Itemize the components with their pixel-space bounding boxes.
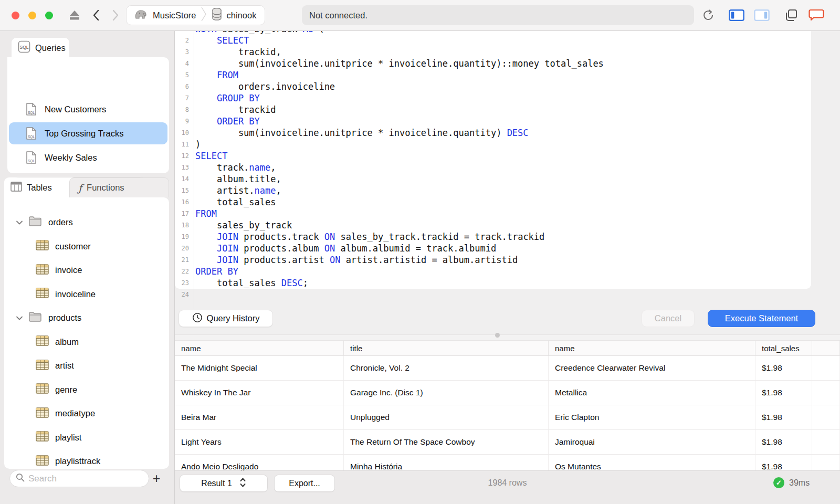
table-cell[interactable]: Light Years	[175, 430, 344, 454]
code-line-17[interactable]: FROM	[195, 208, 840, 219]
tree-item-album[interactable]: album	[4, 330, 169, 354]
table-cell[interactable]: $1.98	[755, 405, 812, 429]
tree-item-artist[interactable]: artist	[4, 354, 169, 378]
table-cell[interactable]: $1.98	[755, 381, 812, 405]
code-line-18[interactable]: sales_by_track	[195, 219, 840, 231]
back-icon[interactable]	[88, 7, 104, 23]
code-line-3[interactable]: trackid,	[195, 46, 840, 58]
code-line-14[interactable]: album.title,	[195, 173, 840, 185]
table-cell[interactable]: Ando Meio Desligado	[175, 455, 344, 470]
table-cell[interactable]: Whiskey In The Jar	[175, 381, 344, 405]
table-row[interactable]: The Midnight SpecialChronicle, Vol. 2Cre…	[175, 356, 840, 381]
table-cell[interactable]: Os Mutantes	[549, 455, 755, 470]
query-item[interactable]: SQLTop Grossing Tracks	[9, 122, 167, 144]
refresh-icon[interactable]	[700, 7, 716, 23]
query-history-button[interactable]: Query History	[178, 310, 273, 327]
windows-icon[interactable]	[783, 7, 799, 23]
forward-icon[interactable]	[108, 7, 123, 23]
table-cell[interactable]: Garage Inc. (Disc 1)	[344, 381, 549, 405]
tree-item-genre[interactable]: genre	[4, 378, 169, 402]
table-cell[interactable]: Beira Mar	[175, 405, 344, 429]
code-line-13[interactable]: track.name,	[195, 162, 840, 173]
code-line-21[interactable]: JOIN products.artist ON artist.artistid …	[195, 254, 840, 266]
table-cell[interactable]: Unplugged	[344, 405, 549, 429]
zoom-window-button[interactable]	[45, 12, 53, 19]
panel-resize-handle[interactable]	[495, 333, 500, 338]
code-line-12[interactable]: SELECT	[195, 150, 840, 162]
minimize-window-button[interactable]	[28, 12, 36, 19]
tree-item-playlisttrack[interactable]: playlisttrack	[4, 449, 169, 469]
breadcrumb[interactable]: MusicStore chinook	[126, 5, 265, 25]
table-cell[interactable]: Eric Clapton	[549, 405, 755, 429]
chevron-down-icon[interactable]	[16, 220, 23, 225]
code-line-16[interactable]: total_sales	[195, 196, 840, 208]
column-header-name[interactable]: name	[549, 341, 755, 355]
table-cell[interactable]: Creedence Clearwater Revival	[549, 356, 755, 380]
code-line-9[interactable]: ORDER BY	[195, 116, 840, 127]
code-line-8[interactable]: trackid	[195, 104, 840, 116]
feedback-bubble-icon[interactable]	[808, 7, 824, 23]
tree-item-products[interactable]: products	[4, 306, 169, 330]
tab-functions[interactable]: ƒ Functions	[69, 177, 169, 197]
table-cell[interactable]: $1.98	[755, 356, 812, 380]
tree-item-customer[interactable]: customer	[4, 235, 169, 259]
table-cell[interactable]: Jamiroquai	[549, 430, 755, 454]
tables-search-input[interactable]	[28, 474, 133, 484]
code-line-20[interactable]: JOIN products.album ON album.albumid = t…	[195, 243, 840, 254]
code-line-10[interactable]: sum(invoiceline.unitprice * invoiceline.…	[195, 127, 840, 139]
table-cell[interactable]: Minha História	[344, 455, 549, 470]
table-cell[interactable]: The Return Of The Space Cowboy	[344, 430, 549, 454]
code-line-15[interactable]: artist.name,	[195, 185, 840, 196]
code-line-22[interactable]: ORDER BY	[195, 266, 840, 277]
add-table-button[interactable]: +	[149, 470, 164, 487]
code-line-5[interactable]: FROM	[195, 69, 840, 81]
column-header-total_sales[interactable]: total_sales	[755, 341, 812, 355]
column-header-title[interactable]: title	[344, 341, 549, 355]
table-row[interactable]: Light YearsThe Return Of The Space Cowbo…	[175, 430, 840, 455]
code-line-6[interactable]: orders.invoiceline	[195, 81, 840, 92]
table-cell[interactable]	[812, 430, 840, 454]
table-cell[interactable]: Metallica	[549, 381, 755, 405]
table-cell[interactable]	[812, 381, 840, 405]
column-header-name[interactable]: name	[175, 341, 344, 355]
chevron-down-icon[interactable]	[16, 316, 23, 321]
tree-item-playlist[interactable]: playlist	[4, 426, 169, 450]
code-line-24[interactable]	[195, 289, 840, 300]
code-line-19[interactable]: JOIN products.track ON sales_by_track.tr…	[195, 231, 840, 243]
table-cell[interactable]: The Midnight Special	[175, 356, 344, 380]
toggle-right-sidebar-icon[interactable]	[754, 7, 770, 23]
tree-item-mediatype[interactable]: mediatype	[4, 402, 169, 426]
tables-search[interactable]	[9, 470, 149, 487]
table-row[interactable]: Whiskey In The JarGarage Inc. (Disc 1)Me…	[175, 381, 840, 405]
table-row[interactable]: Ando Meio DesligadoMinha HistóriaOs Muta…	[175, 455, 840, 470]
code-line-23[interactable]: total_sales DESC;	[195, 277, 840, 289]
table-cell[interactable]	[812, 405, 840, 429]
table-cell[interactable]	[812, 455, 840, 470]
code-line-11[interactable]: )	[195, 139, 840, 150]
eject-icon[interactable]	[67, 7, 82, 23]
code-area[interactable]: WITH sales_by_track AS ( SELECT trackid,…	[194, 31, 840, 300]
column-header-empty[interactable]	[812, 341, 840, 355]
breadcrumb-server[interactable]: MusicStore	[153, 10, 196, 20]
close-window-button[interactable]	[12, 12, 19, 19]
tab-tables[interactable]: Tables	[4, 177, 69, 197]
cancel-button[interactable]: Cancel	[642, 310, 695, 327]
code-line-2[interactable]: SELECT	[195, 35, 840, 46]
sql-editor[interactable]: 123456789101112131415161718192021222324 …	[175, 31, 840, 309]
tree-item-invoiceline[interactable]: invoiceline	[4, 282, 169, 307]
table-cell[interactable]	[812, 356, 840, 380]
tree-item-orders[interactable]: orders	[4, 211, 169, 235]
execute-statement-button[interactable]: Execute Statement	[708, 310, 815, 327]
table-cell[interactable]: $1.98	[755, 455, 812, 470]
tree-item-invoice[interactable]: invoice	[4, 258, 169, 282]
breadcrumb-database[interactable]: chinook	[227, 10, 257, 20]
query-item[interactable]: SQLNew Customers	[9, 98, 167, 120]
tab-queries[interactable]: SQL Queries	[12, 38, 69, 58]
table-cell[interactable]: $1.98	[755, 430, 812, 454]
toggle-left-sidebar-icon[interactable]	[729, 7, 744, 23]
query-item[interactable]: SQLWeekly Sales	[9, 146, 167, 169]
code-line-1[interactable]: WITH sales_by_track AS (	[195, 31, 840, 35]
table-cell[interactable]: Chronicle, Vol. 2	[344, 356, 549, 380]
code-line-4[interactable]: sum(invoiceline.unitprice * invoiceline.…	[195, 58, 840, 69]
table-row[interactable]: Beira MarUnpluggedEric Clapton$1.98	[175, 405, 840, 430]
